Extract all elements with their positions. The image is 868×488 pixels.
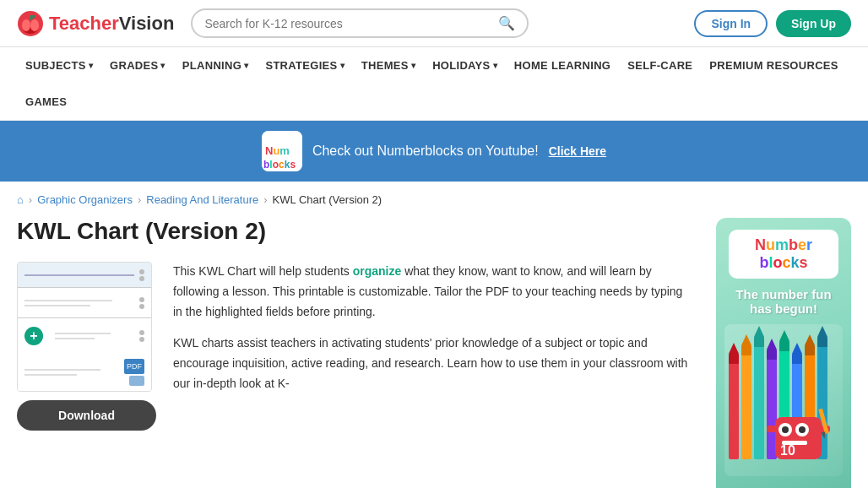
ad-box[interactable]: Number blocks The number fun has begun! [716, 218, 851, 488]
text-section: This KWL Chart will help students organi… [173, 262, 691, 431]
svg-rect-25 [792, 354, 802, 364]
search-button[interactable]: 🔍 [498, 15, 515, 31]
svg-marker-32 [817, 326, 827, 337]
banner-link[interactable]: Click Here [549, 144, 606, 158]
numberblocks-logo: Num blocks [262, 131, 302, 171]
nav-themes[interactable]: THEMES ▾ [353, 47, 424, 84]
svg-text:Num: Num [265, 144, 290, 157]
chevron-down-icon: ▾ [411, 61, 415, 70]
header: TeacherVision 🔍 Sign In Sign Up [0, 0, 868, 47]
thumb-dots2 [139, 297, 144, 309]
svg-rect-15 [754, 341, 764, 459]
sidebar-ad: Number blocks The number fun has begun! [716, 218, 851, 488]
svg-rect-31 [817, 337, 827, 347]
signin-button[interactable]: Sign In [694, 10, 768, 37]
svg-rect-16 [754, 337, 764, 347]
organize-link[interactable]: organize [353, 264, 402, 278]
main-nav: SUBJECTS ▾ GRADES ▾ PLANNING ▾ STRATEGIE… [0, 47, 868, 121]
nav-home-learning[interactable]: HOME LEARNING [506, 47, 619, 84]
svg-rect-13 [741, 345, 751, 355]
logo-icon [17, 10, 44, 37]
content-area: KWL Chart (Version 2) [0, 209, 868, 488]
pdf-icon: PDF [124, 359, 144, 374]
svg-rect-28 [805, 345, 815, 355]
signup-button[interactable]: Sign Up [776, 10, 851, 37]
svg-rect-22 [779, 341, 789, 351]
auth-buttons: Sign In Sign Up [694, 10, 851, 37]
logo-teacher: Teacher [49, 13, 119, 34]
svg-marker-17 [754, 326, 764, 337]
svg-marker-11 [729, 343, 739, 354]
chevron-down-icon: ▾ [340, 61, 344, 70]
svg-marker-29 [805, 334, 815, 345]
download-button[interactable]: Download [17, 400, 156, 431]
search-input[interactable] [204, 17, 498, 30]
breadcrumb-separator: › [138, 193, 141, 206]
breadcrumb-reading-literature[interactable]: Reading And Literature [146, 193, 258, 206]
svg-rect-40 [767, 426, 777, 432]
svg-text:blocks: blocks [263, 159, 296, 171]
nav-premium-resources[interactable]: PREMIUM RESOURCES [701, 47, 846, 84]
nav-holidays[interactable]: HOLIDAYS ▾ [424, 47, 506, 84]
thumb-dots [139, 269, 144, 281]
nav-strategies[interactable]: STRATEGIES ▾ [257, 47, 352, 84]
breadcrumb-graphic-organizers[interactable]: Graphic Organizers [37, 193, 133, 206]
breadcrumb-separator: › [29, 193, 32, 206]
breadcrumb-home[interactable]: ⌂ [17, 193, 24, 206]
add-icon: + [24, 327, 43, 345]
nav-grades[interactable]: GRADES ▾ [101, 47, 174, 84]
svg-rect-12 [741, 350, 751, 459]
svg-text:10: 10 [780, 443, 795, 458]
svg-point-2 [22, 19, 30, 31]
promo-banner: Num blocks Check out Numberblocks on You… [0, 121, 868, 182]
logo[interactable]: TeacherVision [17, 10, 174, 37]
svg-point-37 [799, 426, 806, 433]
numberblocks-ad-logo: Number blocks [729, 230, 838, 279]
svg-point-3 [30, 19, 39, 31]
nav-planning[interactable]: PLANNING ▾ [174, 47, 258, 84]
chevron-down-icon: ▾ [89, 61, 93, 70]
breadcrumb-separator: › [263, 193, 267, 206]
search-bar: 🔍 [191, 8, 529, 38]
ad-slogan: The number fun has begun! [724, 287, 843, 316]
thumb-dots3 [139, 330, 144, 342]
main-content: KWL Chart (Version 2) [17, 218, 691, 488]
breadcrumb: ⌂ › Graphic Organizers › Reading And Lit… [0, 182, 868, 209]
description-1: This KWL Chart will help students organi… [173, 262, 691, 322]
svg-marker-23 [779, 330, 789, 341]
ad-image: 10 [724, 324, 843, 476]
banner-text: Check out Numberblocks on Youtube! [312, 144, 539, 159]
svg-rect-9 [729, 358, 739, 459]
nav-subjects[interactable]: SUBJECTS ▾ [17, 47, 101, 84]
resource-thumbnail: + [17, 262, 152, 392]
description-2: KWL charts assist teachers in activating… [173, 333, 691, 393]
chevron-down-icon: ▾ [160, 61, 165, 70]
chevron-down-icon: ▾ [244, 61, 248, 70]
svg-marker-20 [767, 339, 777, 350]
logo-vision: Vision [119, 13, 175, 34]
resource-section: + [17, 262, 691, 431]
nav-games[interactable]: GAMES [17, 84, 75, 120]
svg-marker-26 [792, 343, 802, 354]
nav-self-care[interactable]: SELF-CARE [619, 47, 701, 84]
chevron-down-icon: ▾ [493, 61, 497, 70]
logo-text: TeacherVision [49, 13, 174, 35]
svg-marker-14 [741, 334, 751, 345]
thumbnail-area: + [17, 262, 156, 431]
page-title: KWL Chart (Version 2) [17, 218, 691, 245]
breadcrumb-current-page: KWL Chart (Version 2) [273, 193, 382, 206]
svg-rect-10 [729, 354, 739, 364]
svg-point-35 [782, 426, 789, 433]
svg-rect-19 [767, 350, 777, 360]
